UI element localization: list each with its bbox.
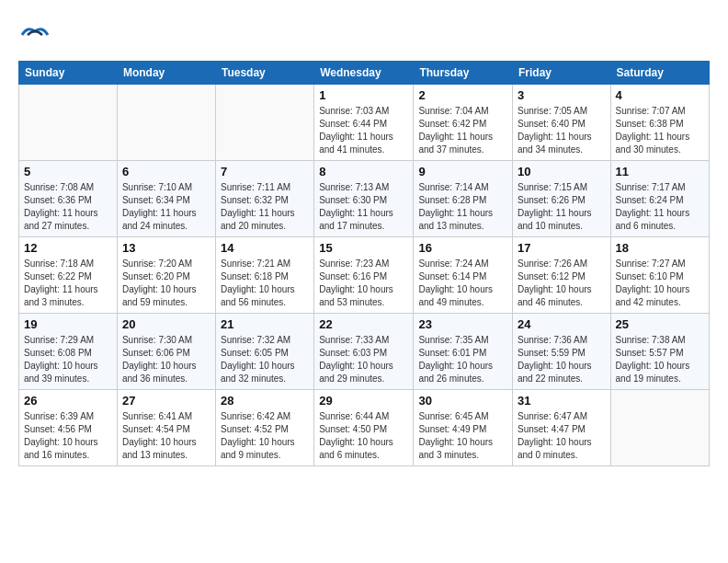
day-info: Sunrise: 7:26 AMSunset: 6:12 PMDaylight:…	[518, 258, 606, 309]
day-info: Sunrise: 7:33 AMSunset: 6:03 PMDaylight:…	[319, 334, 408, 385]
day-number: 11	[616, 165, 704, 178]
day-number: 31	[518, 394, 606, 408]
day-info: Sunrise: 7:30 AMSunset: 6:06 PMDaylight:…	[122, 334, 210, 385]
calendar-cell: 13Sunrise: 7:20 AMSunset: 6:20 PMDayligh…	[117, 237, 215, 314]
calendar-cell: 12Sunrise: 7:18 AMSunset: 6:22 PMDayligh…	[19, 237, 118, 314]
calendar-cell: 14Sunrise: 7:21 AMSunset: 6:18 PMDayligh…	[215, 237, 313, 314]
day-number: 7	[221, 165, 309, 178]
calendar-cell: 10Sunrise: 7:15 AMSunset: 6:26 PMDayligh…	[512, 161, 610, 237]
calendar-cell: 22Sunrise: 7:33 AMSunset: 6:03 PMDayligh…	[314, 314, 414, 390]
calendar-cell: 9Sunrise: 7:14 AMSunset: 6:28 PMDaylight…	[414, 161, 513, 237]
day-info: Sunrise: 7:03 AMSunset: 6:44 PMDaylight:…	[319, 105, 408, 156]
calendar-cell: 11Sunrise: 7:17 AMSunset: 6:24 PMDayligh…	[610, 161, 709, 237]
calendar-table: SundayMondayTuesdayWednesdayThursdayFrid…	[18, 61, 710, 466]
calendar-week-1: 1Sunrise: 7:03 AMSunset: 6:44 PMDaylight…	[19, 85, 710, 161]
weekday-header-tuesday: Tuesday	[215, 62, 313, 85]
calendar-cell: 21Sunrise: 7:32 AMSunset: 6:05 PMDayligh…	[215, 314, 313, 390]
calendar-cell: 29Sunrise: 6:44 AMSunset: 4:50 PMDayligh…	[314, 390, 414, 466]
day-info: Sunrise: 7:07 AMSunset: 6:38 PMDaylight:…	[616, 105, 704, 156]
day-info: Sunrise: 7:18 AMSunset: 6:22 PMDaylight:…	[24, 258, 112, 309]
page-header	[18, 18, 710, 52]
day-info: Sunrise: 6:44 AMSunset: 4:50 PMDaylight:…	[319, 410, 408, 462]
calendar-cell: 18Sunrise: 7:27 AMSunset: 6:10 PMDayligh…	[610, 237, 709, 314]
weekday-header-wednesday: Wednesday	[314, 62, 414, 85]
weekday-header-monday: Monday	[117, 62, 215, 85]
calendar-cell: 7Sunrise: 7:11 AMSunset: 6:32 PMDaylight…	[215, 161, 313, 237]
calendar-cell: 20Sunrise: 7:30 AMSunset: 6:06 PMDayligh…	[117, 314, 215, 390]
day-number: 20	[122, 317, 210, 331]
calendar-cell: 1Sunrise: 7:03 AMSunset: 6:44 PMDaylight…	[314, 85, 414, 161]
calendar-cell: 4Sunrise: 7:07 AMSunset: 6:38 PMDaylight…	[610, 85, 709, 161]
day-number: 2	[418, 88, 507, 102]
calendar-week-3: 12Sunrise: 7:18 AMSunset: 6:22 PMDayligh…	[19, 237, 710, 314]
day-info: Sunrise: 7:27 AMSunset: 6:10 PMDaylight:…	[616, 258, 704, 309]
day-number: 5	[24, 165, 112, 178]
weekday-header-thursday: Thursday	[414, 62, 513, 85]
calendar-cell: 28Sunrise: 6:42 AMSunset: 4:52 PMDayligh…	[215, 390, 313, 466]
day-number: 21	[221, 317, 309, 331]
calendar-cell: 19Sunrise: 7:29 AMSunset: 6:08 PMDayligh…	[19, 314, 118, 390]
day-number: 17	[518, 241, 606, 255]
day-info: Sunrise: 7:24 AMSunset: 6:14 PMDaylight:…	[418, 258, 507, 309]
day-number: 24	[518, 317, 606, 331]
day-number: 12	[24, 241, 112, 255]
day-number: 9	[418, 165, 507, 178]
weekday-header-saturday: Saturday	[610, 62, 709, 85]
day-info: Sunrise: 7:32 AMSunset: 6:05 PMDaylight:…	[221, 334, 309, 385]
weekday-header-row: SundayMondayTuesdayWednesdayThursdayFrid…	[19, 62, 710, 85]
calendar-cell: 27Sunrise: 6:41 AMSunset: 4:54 PMDayligh…	[117, 390, 215, 466]
day-info: Sunrise: 7:13 AMSunset: 6:30 PMDaylight:…	[319, 181, 408, 233]
day-number: 19	[24, 317, 112, 331]
day-number: 18	[616, 241, 704, 255]
calendar-cell: 2Sunrise: 7:04 AMSunset: 6:42 PMDaylight…	[414, 85, 513, 161]
calendar-cell: 8Sunrise: 7:13 AMSunset: 6:30 PMDaylight…	[314, 161, 414, 237]
calendar-week-4: 19Sunrise: 7:29 AMSunset: 6:08 PMDayligh…	[19, 314, 710, 390]
day-number: 15	[319, 241, 408, 255]
calendar-cell: 16Sunrise: 7:24 AMSunset: 6:14 PMDayligh…	[414, 237, 513, 314]
day-number: 23	[418, 317, 507, 331]
day-info: Sunrise: 7:23 AMSunset: 6:16 PMDaylight:…	[319, 258, 408, 309]
calendar-cell	[117, 85, 215, 161]
day-number: 22	[319, 317, 408, 331]
day-number: 14	[221, 241, 309, 255]
logo-icon	[18, 18, 51, 52]
day-info: Sunrise: 7:14 AMSunset: 6:28 PMDaylight:…	[418, 181, 507, 233]
logo	[18, 18, 55, 52]
day-number: 25	[616, 317, 704, 331]
day-info: Sunrise: 6:41 AMSunset: 4:54 PMDaylight:…	[122, 410, 210, 462]
calendar-week-5: 26Sunrise: 6:39 AMSunset: 4:56 PMDayligh…	[19, 390, 710, 466]
day-info: Sunrise: 7:15 AMSunset: 6:26 PMDaylight:…	[518, 181, 606, 233]
day-info: Sunrise: 6:45 AMSunset: 4:49 PMDaylight:…	[418, 410, 507, 462]
calendar-cell: 26Sunrise: 6:39 AMSunset: 4:56 PMDayligh…	[19, 390, 118, 466]
day-number: 8	[319, 165, 408, 178]
day-info: Sunrise: 7:35 AMSunset: 6:01 PMDaylight:…	[418, 334, 507, 385]
day-number: 27	[122, 394, 210, 408]
day-info: Sunrise: 7:08 AMSunset: 6:36 PMDaylight:…	[24, 181, 112, 233]
calendar-cell: 15Sunrise: 7:23 AMSunset: 6:16 PMDayligh…	[314, 237, 414, 314]
day-info: Sunrise: 7:10 AMSunset: 6:34 PMDaylight:…	[122, 181, 210, 233]
day-info: Sunrise: 7:38 AMSunset: 5:57 PMDaylight:…	[616, 334, 704, 385]
day-number: 28	[221, 394, 309, 408]
calendar-cell: 6Sunrise: 7:10 AMSunset: 6:34 PMDaylight…	[117, 161, 215, 237]
day-number: 3	[518, 88, 606, 102]
day-number: 29	[319, 394, 408, 408]
day-number: 30	[418, 394, 507, 408]
calendar-cell	[215, 85, 313, 161]
day-number: 10	[518, 165, 606, 178]
day-number: 13	[122, 241, 210, 255]
calendar-cell: 5Sunrise: 7:08 AMSunset: 6:36 PMDaylight…	[19, 161, 118, 237]
day-info: Sunrise: 6:39 AMSunset: 4:56 PMDaylight:…	[24, 410, 112, 462]
calendar-cell: 24Sunrise: 7:36 AMSunset: 5:59 PMDayligh…	[512, 314, 610, 390]
day-number: 1	[319, 88, 408, 102]
day-number: 26	[24, 394, 112, 408]
day-number: 4	[616, 88, 704, 102]
day-number: 6	[122, 165, 210, 178]
day-info: Sunrise: 7:21 AMSunset: 6:18 PMDaylight:…	[221, 258, 309, 309]
weekday-header-sunday: Sunday	[19, 62, 118, 85]
day-info: Sunrise: 7:11 AMSunset: 6:32 PMDaylight:…	[221, 181, 309, 233]
day-info: Sunrise: 7:17 AMSunset: 6:24 PMDaylight:…	[616, 181, 704, 233]
day-info: Sunrise: 6:47 AMSunset: 4:47 PMDaylight:…	[518, 410, 606, 462]
day-info: Sunrise: 7:20 AMSunset: 6:20 PMDaylight:…	[122, 258, 210, 309]
calendar-cell: 30Sunrise: 6:45 AMSunset: 4:49 PMDayligh…	[414, 390, 513, 466]
day-info: Sunrise: 7:29 AMSunset: 6:08 PMDaylight:…	[24, 334, 112, 385]
